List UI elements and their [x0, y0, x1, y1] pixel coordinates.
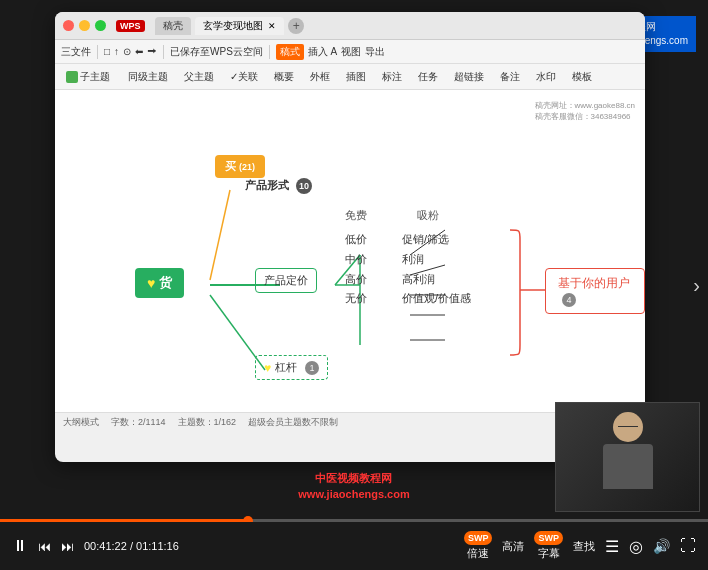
table-header: 免费 吸粉 — [345, 208, 439, 223]
next-button[interactable]: ⏭ — [61, 539, 74, 554]
person-head — [613, 412, 643, 442]
toolbar-saved-status: 已保存至WPS云空间 — [170, 45, 263, 59]
subtitle-control[interactable]: SWP 字幕 — [534, 531, 563, 561]
menu-insert[interactable]: 插入 A — [308, 45, 337, 59]
time-total: 01:11:16 — [136, 540, 179, 552]
next-content-arrow[interactable]: › — [693, 274, 700, 297]
heart-small: ♥ — [264, 361, 271, 375]
video-watermark: 中医视频教程网 www.jiaochengs.com — [298, 471, 409, 502]
presenter-silhouette — [588, 412, 668, 502]
subtitle-label[interactable]: 字幕 — [538, 546, 560, 561]
search-label[interactable]: 查找 — [573, 539, 595, 554]
time-current: 00:41:22 — [84, 540, 127, 552]
playlist-button[interactable]: ☰ — [605, 537, 619, 556]
menu-view[interactable]: 视图 — [341, 45, 361, 59]
table-row-3: 高价 高利润 — [345, 270, 471, 290]
pause-button[interactable]: ⏸ — [12, 537, 28, 555]
close-button[interactable] — [63, 20, 74, 31]
toolbar-child-topic[interactable]: 子主题 — [61, 68, 115, 86]
toolbar-frame[interactable]: 外框 — [305, 68, 335, 86]
traffic-lights — [63, 20, 106, 31]
tab-area: 稿壳 玄学变现地图 ✕ + — [155, 17, 637, 35]
toolbar-image[interactable]: 插图 — [341, 68, 371, 86]
fullscreen-button[interactable]: ⛶ — [680, 537, 696, 555]
heart-symbol: ♥ — [147, 275, 155, 291]
toolbar-watermark[interactable]: 水印 — [531, 68, 561, 86]
toolbar-row1: 三文件 □ ↑ ⊙ ⬅ ⮕ 已保存至WPS云空间 稿式 插入 A 视图 导出 — [55, 40, 645, 64]
status-themecount: 主题数：1/162 — [178, 416, 237, 429]
target-button[interactable]: ◎ — [629, 537, 643, 556]
node-jiage[interactable]: 产品定价 — [255, 268, 317, 293]
toolbar-new[interactable]: □ — [104, 46, 110, 57]
camera-inner — [556, 403, 699, 511]
toolbar-parent-topic[interactable]: 父主题 — [179, 68, 219, 86]
mindmap-canvas: 买 (21) 产品形式 10 ♥ 货 产品定价 免费 吸粉 — [55, 90, 645, 432]
table-row-4: 无价 价值观/价值感 — [345, 289, 471, 309]
swip-badge-speed: SWP — [464, 531, 493, 545]
title-bar: WPS 稿壳 玄学变现地图 ✕ + — [55, 12, 645, 40]
toolbar-separator3 — [269, 45, 270, 59]
table-row-1: 低价 促销/筛选 — [345, 230, 471, 250]
tab-mindmap[interactable]: 玄学变现地图 ✕ — [195, 17, 285, 35]
toolbar-style[interactable]: 稿式 — [276, 44, 304, 60]
speed-label[interactable]: 倍速 — [467, 546, 489, 561]
mindmap-watermark: 稿壳网址：www.gaoke88.cn 稿壳客服微信：346384966 — [535, 100, 635, 122]
watermark-line2: www.jiaochengs.com — [298, 487, 409, 502]
person-body — [603, 444, 653, 489]
prev-button[interactable]: ⏮ — [38, 539, 51, 554]
toolbar-open[interactable]: ↑ — [114, 46, 119, 57]
time-display: 00:41:22 / 01:11:16 — [84, 540, 179, 552]
toolbar-undo[interactable]: ⬅ — [135, 46, 143, 57]
speed-control[interactable]: SWP 倍速 — [464, 531, 493, 561]
toolbar-template[interactable]: 模板 — [567, 68, 597, 86]
toolbar-separator — [97, 45, 98, 59]
video-container: 教程网 www.jiaochengs.com WPS 稿壳 玄学变现地图 ✕ + — [0, 0, 708, 570]
status-mode: 大纲模式 — [63, 416, 99, 429]
toolbar-row2: 子主题 同级主题 父主题 ✓关联 概要 外框 插图 标注 任务 超链接 备注 水… — [55, 64, 645, 90]
maximize-button[interactable] — [95, 20, 106, 31]
tab-gaoke[interactable]: 稿壳 — [155, 17, 191, 35]
toolbar-separator2 — [163, 45, 164, 59]
toolbar-hyperlink[interactable]: 超链接 — [449, 68, 489, 86]
camera-feed — [555, 402, 700, 512]
toolbar-task[interactable]: 任务 — [413, 68, 443, 86]
glasses — [618, 426, 638, 432]
minimize-button[interactable] — [79, 20, 90, 31]
swip-badge-subtitle: SWP — [534, 531, 563, 545]
table-row-2: 中价 利润 — [345, 250, 471, 270]
child-topic-icon — [66, 71, 78, 83]
toolbar-note[interactable]: 备注 — [495, 68, 525, 86]
node-chanpin: 产品形式 10 — [245, 178, 312, 194]
new-tab-button[interactable]: + — [288, 18, 304, 34]
table-rows: 低价 促销/筛选 中价 利润 高价 高利润 无价 价值观/价值感 — [345, 230, 471, 309]
svg-line-11 — [210, 190, 230, 280]
node-mai[interactable]: 买 (21) — [215, 155, 265, 178]
status-member: 超级会员主题数不限制 — [248, 416, 338, 429]
tab-close-icon[interactable]: ✕ — [268, 21, 276, 31]
toolbar-label[interactable]: 标注 — [377, 68, 407, 86]
watermark-line1: 中医视频教程网 — [298, 471, 409, 486]
search-control[interactable]: 查找 — [573, 539, 595, 554]
node-huo[interactable]: ♥ 货 — [135, 268, 184, 298]
toolbar-save[interactable]: ⊙ — [123, 46, 131, 57]
quality-control[interactable]: 高清 — [502, 539, 524, 554]
toolbar-summary[interactable]: 概要 — [269, 68, 299, 86]
menu-file[interactable]: 三文件 — [61, 45, 91, 59]
status-wordcount: 字数：2/1114 — [111, 416, 166, 429]
volume-button[interactable]: 🔊 — [653, 538, 670, 554]
toolbar-relation[interactable]: ✓关联 — [225, 68, 263, 86]
node-ganggan[interactable]: ♥ 杠杆 1 — [255, 355, 328, 380]
toolbar-sibling-topic[interactable]: 同级主题 — [121, 68, 173, 86]
quality-label[interactable]: 高清 — [502, 539, 524, 554]
wps-window: WPS 稿壳 玄学变现地图 ✕ + 三文件 □ ↑ ⊙ ⬅ ⮕ 已保存至WPS云 — [55, 12, 645, 462]
controls-bar: ⏸ ⏮ ⏭ 00:41:22 / 01:11:16 SWP 倍速 高清 SWP … — [0, 522, 708, 570]
menu-export[interactable]: 导出 — [365, 45, 385, 59]
wps-badge: WPS — [116, 20, 145, 32]
node-user[interactable]: 基于你的用户 4 — [545, 268, 645, 314]
toolbar-redo[interactable]: ⮕ — [147, 46, 157, 57]
